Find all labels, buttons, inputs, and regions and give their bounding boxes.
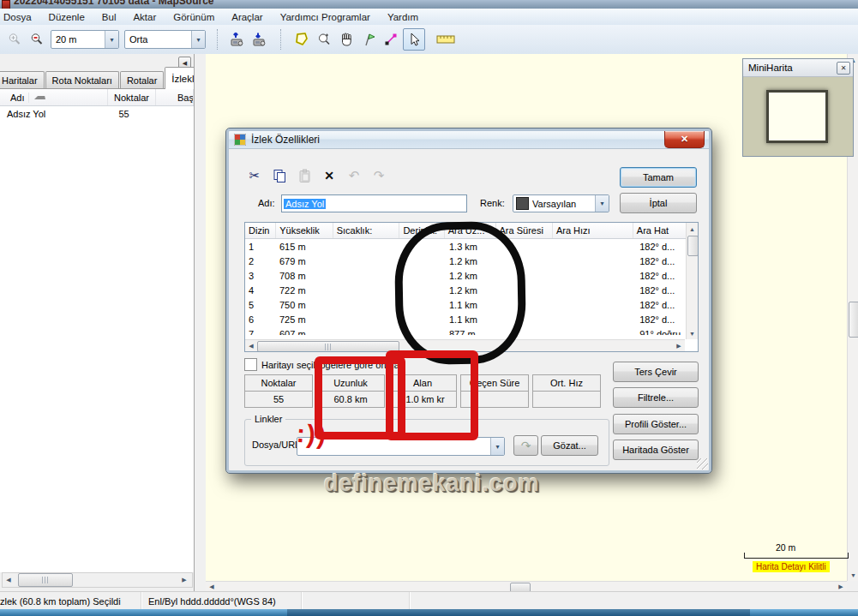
dialog-close-button[interactable]: ✕ [664, 131, 705, 148]
copy-icon[interactable] [272, 168, 287, 183]
stat-value [532, 391, 601, 408]
track-name: Adsız Yol [0, 109, 104, 119]
zoom-out-button[interactable] [27, 29, 47, 50]
table-vertical-scrollbar[interactable]: ▲ ▼ [686, 223, 698, 339]
col-dizin[interactable]: Dizin [245, 223, 276, 238]
minimap-viewport-rect[interactable] [766, 90, 828, 143]
ok-button[interactable]: Tamam [620, 167, 697, 188]
show-on-map-button[interactable]: Haritada Göster [613, 440, 699, 460]
scroll-up-icon[interactable]: ▲ [687, 223, 698, 235]
map-scale-select[interactable]: 20 m ▾ [51, 30, 119, 49]
scrollbar-thumb[interactable] [18, 573, 73, 587]
track-name-input[interactable]: Adsız Yol [281, 194, 467, 212]
sidebar: ◀ Haritalar Rota Noktaları Rotalar İzlek… [0, 54, 195, 591]
col-ara-suresi[interactable]: Ara Süresi [496, 223, 553, 238]
dialog-resize-grip[interactable] [697, 458, 708, 469]
center-map-checkbox[interactable] [244, 358, 257, 371]
windows-taskbar[interactable] [0, 609, 858, 616]
col-sicaklik[interactable]: Sıcaklık: [333, 223, 400, 238]
menu-yardimci-programlar[interactable]: Yardımcı Programlar [272, 10, 379, 24]
browse-button[interactable]: Gözat... [541, 435, 598, 456]
panel-splitter[interactable] [195, 54, 206, 591]
menu-bul[interactable]: Bul [93, 10, 125, 24]
tab-rota-noktalari[interactable]: Rota Noktaları [45, 71, 119, 89]
table-row[interactable]: 2679 m1.2 km182° d... [245, 254, 698, 268]
stat-uzunluk: Uzunluk 60.8 km [316, 374, 385, 408]
delete-icon[interactable]: ✕ [321, 168, 337, 183]
open-link-button[interactable]: ↷ [513, 435, 538, 456]
menu-aktar[interactable]: Aktar [124, 10, 165, 24]
table-body: 1615 m1.3 km182° d... 2679 m1.2 km182° d… [245, 239, 698, 335]
reverse-track-button[interactable]: Ters Çevir [613, 362, 699, 382]
chevron-down-icon: ▾ [191, 31, 205, 48]
show-profile-button[interactable]: Profili Göster... [613, 414, 699, 434]
col-yukseklik[interactable]: Yükseklik [276, 223, 333, 238]
paste-icon[interactable] [297, 168, 312, 183]
col-ara-hizi[interactable]: Ara Hızı [553, 223, 633, 238]
color-select[interactable]: Varsayılan ▾ [513, 194, 609, 212]
map-tool-button[interactable] [291, 29, 312, 50]
waypoint-tool-button[interactable] [358, 29, 379, 50]
scroll-right-icon[interactable]: ▶ [673, 340, 685, 351]
table-row[interactable]: 1615 m1.3 km182° d... [245, 239, 698, 254]
scrollbar-thumb[interactable] [257, 341, 399, 352]
zoom-tool-button[interactable] [314, 29, 334, 50]
stat-ort-hiz: Ort. Hız [532, 374, 601, 408]
column-header-noktalar[interactable]: Noktalar [108, 89, 156, 105]
selection-tool-button[interactable] [403, 28, 425, 51]
zoom-in-button[interactable] [4, 29, 25, 50]
col-derinlik[interactable]: Derinlik: [399, 223, 444, 238]
column-header-adi[interactable]: Adı [0, 89, 108, 105]
column-header-baslangic[interactable]: Başlangıç [156, 89, 194, 105]
thumb-grip [42, 577, 50, 583]
minimap-close-button[interactable]: ✕ [837, 62, 850, 75]
table-horizontal-scrollbar[interactable]: ◀ ▶ [245, 339, 685, 351]
tab-haritalar[interactable]: Haritalar [0, 71, 45, 89]
close-icon: ✕ [681, 134, 688, 145]
scroll-down-icon[interactable]: ▼ [687, 327, 698, 339]
map-detail-select[interactable]: Orta ▾ [124, 30, 206, 49]
menu-yardim[interactable]: Yardım [379, 10, 427, 24]
sidebar-horizontal-scrollbar[interactable]: ◀ ▶ [2, 572, 193, 588]
undo-icon[interactable]: ↶ [346, 168, 362, 183]
tab-izlekler[interactable]: İzlekler(1) [165, 67, 195, 89]
scroll-right-icon[interactable]: ▶ [178, 574, 190, 586]
stat-label: Uzunluk [316, 374, 385, 392]
table-row[interactable]: 7607 m877 m91° doğru [245, 326, 698, 335]
table-row[interactable]: 5750 m1.1 km182° d... [245, 297, 698, 312]
stat-gecen-sure: Geçen Süre [460, 374, 529, 408]
table-row[interactable]: 3708 m1.2 km182° d... [245, 268, 698, 283]
cancel-button[interactable]: İptal [620, 193, 697, 213]
scrollbar-thumb[interactable] [849, 302, 858, 338]
measure-tool-button[interactable] [435, 29, 456, 50]
send-to-device-button[interactable] [228, 29, 249, 50]
filter-button[interactable]: Filtrele... [613, 387, 699, 408]
polygon-map-icon [294, 32, 309, 47]
file-url-combobox[interactable]: ▾ [297, 437, 505, 456]
stat-value: 60.8 km [316, 391, 385, 408]
table-row[interactable]: 4722 m1.2 km182° d... [245, 283, 698, 297]
route-icon [383, 32, 399, 47]
stat-label: Noktalar [244, 374, 313, 392]
menu-dosya[interactable]: Dosya [0, 10, 40, 24]
scrollbar-thumb[interactable] [687, 236, 699, 256]
table-row[interactable]: 6725 m1.1 km182° d... [245, 312, 698, 326]
chevron-down-icon: ▾ [490, 438, 504, 455]
menu-araclar[interactable]: Araçlar [223, 10, 271, 24]
selected-text: Adsız Yol [284, 199, 326, 209]
taskbar-buttons[interactable] [287, 609, 750, 616]
pan-tool-button[interactable] [336, 29, 357, 50]
cut-icon[interactable]: ✂ [247, 168, 262, 183]
receive-from-device-button[interactable] [250, 29, 271, 50]
tab-rotalar[interactable]: Rotalar [120, 71, 164, 89]
route-tool-button[interactable] [381, 29, 401, 50]
scroll-left-icon[interactable]: ◀ [3, 574, 15, 586]
scroll-down-icon[interactable]: ▼ [848, 569, 858, 581]
col-ara-uz[interactable]: Ara Uz... [445, 223, 496, 238]
menu-gorunum[interactable]: Görünüm [165, 10, 223, 24]
menu-duzenle[interactable]: Düzenle [40, 10, 93, 24]
scroll-left-icon[interactable]: ◀ [245, 340, 257, 351]
collapse-left-icon: ◀ [183, 60, 187, 67]
redo-icon[interactable]: ↷ [371, 168, 387, 183]
track-list-item[interactable]: Adsız Yol 55 [0, 106, 194, 122]
